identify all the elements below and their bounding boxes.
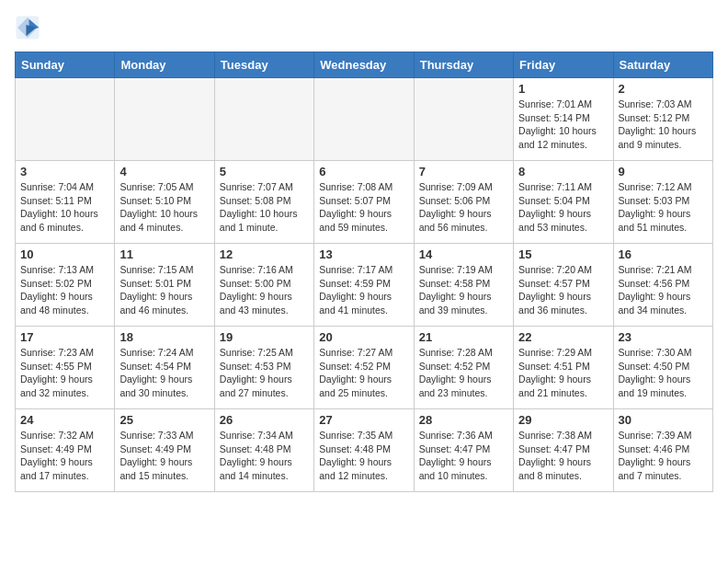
calendar-cell: 24Sunrise: 7:32 AM Sunset: 4:49 PM Dayli…: [16, 409, 115, 492]
calendar-cell: 7Sunrise: 7:09 AM Sunset: 5:06 PM Daylig…: [414, 161, 513, 244]
calendar-cell: 1Sunrise: 7:01 AM Sunset: 5:14 PM Daylig…: [514, 78, 613, 161]
day-number: 4: [119, 165, 209, 178]
calendar-week-4: 24Sunrise: 7:32 AM Sunset: 4:49 PM Dayli…: [16, 409, 713, 492]
day-info: Sunrise: 7:04 AM Sunset: 5:11 PM Dayligh…: [20, 180, 109, 235]
calendar-cell: 6Sunrise: 7:08 AM Sunset: 5:07 PM Daylig…: [314, 161, 414, 244]
calendar-cell: 10Sunrise: 7:13 AM Sunset: 5:02 PM Dayli…: [16, 244, 115, 327]
day-info: Sunrise: 7:30 AM Sunset: 4:50 PM Dayligh…: [619, 346, 708, 400]
calendar-cell: [214, 78, 313, 161]
day-number: 21: [419, 330, 508, 344]
day-info: Sunrise: 7:27 AM Sunset: 4:52 PM Dayligh…: [319, 346, 408, 400]
weekday-header-thursday: Thursday: [414, 52, 513, 78]
weekday-header-saturday: Saturday: [613, 52, 712, 78]
day-info: Sunrise: 7:09 AM Sunset: 5:06 PM Dayligh…: [419, 180, 508, 235]
calendar-cell: [414, 78, 513, 161]
weekday-header-friday: Friday: [514, 52, 613, 78]
day-number: 28: [419, 413, 508, 427]
calendar-cell: [115, 78, 214, 161]
day-info: Sunrise: 7:36 AM Sunset: 4:47 PM Dayligh…: [419, 429, 508, 483]
calendar-cell: 27Sunrise: 7:35 AM Sunset: 4:48 PM Dayli…: [314, 409, 414, 492]
day-number: 15: [518, 247, 608, 261]
day-number: 26: [220, 413, 309, 427]
day-info: Sunrise: 7:03 AM Sunset: 5:12 PM Dayligh…: [619, 98, 708, 152]
day-number: 13: [319, 247, 408, 261]
calendar-cell: 2Sunrise: 7:03 AM Sunset: 5:12 PM Daylig…: [613, 78, 712, 161]
calendar-cell: 22Sunrise: 7:29 AM Sunset: 4:51 PM Dayli…: [514, 327, 613, 409]
page-header: [15, 15, 713, 40]
day-number: 11: [119, 247, 209, 261]
day-number: 17: [20, 330, 109, 344]
day-number: 8: [518, 165, 608, 178]
calendar-cell: 29Sunrise: 7:38 AM Sunset: 4:47 PM Dayli…: [514, 409, 613, 492]
calendar-cell: [16, 78, 115, 161]
day-info: Sunrise: 7:07 AM Sunset: 5:08 PM Dayligh…: [220, 180, 309, 235]
day-number: 12: [220, 247, 309, 261]
day-info: Sunrise: 7:05 AM Sunset: 5:10 PM Dayligh…: [119, 180, 209, 235]
day-number: 14: [419, 247, 508, 261]
day-info: Sunrise: 7:34 AM Sunset: 4:48 PM Dayligh…: [220, 429, 309, 483]
day-info: Sunrise: 7:32 AM Sunset: 4:49 PM Dayligh…: [20, 429, 109, 483]
day-info: Sunrise: 7:12 AM Sunset: 5:03 PM Dayligh…: [619, 180, 708, 235]
calendar-cell: 25Sunrise: 7:33 AM Sunset: 4:49 PM Dayli…: [115, 409, 214, 492]
day-info: Sunrise: 7:28 AM Sunset: 4:52 PM Dayligh…: [419, 346, 508, 400]
day-number: 20: [319, 330, 408, 344]
logo-icon: [15, 15, 40, 40]
calendar-cell: 4Sunrise: 7:05 AM Sunset: 5:10 PM Daylig…: [115, 161, 214, 244]
day-info: Sunrise: 7:39 AM Sunset: 4:46 PM Dayligh…: [619, 429, 708, 483]
calendar-cell: 26Sunrise: 7:34 AM Sunset: 4:48 PM Dayli…: [214, 409, 313, 492]
day-info: Sunrise: 7:13 AM Sunset: 5:02 PM Dayligh…: [20, 263, 109, 317]
calendar-cell: 16Sunrise: 7:21 AM Sunset: 4:56 PM Dayli…: [613, 244, 712, 327]
weekday-header-wednesday: Wednesday: [314, 52, 414, 78]
calendar-cell: 19Sunrise: 7:25 AM Sunset: 4:53 PM Dayli…: [214, 327, 313, 409]
day-info: Sunrise: 7:11 AM Sunset: 5:04 PM Dayligh…: [518, 180, 608, 235]
day-info: Sunrise: 7:15 AM Sunset: 5:01 PM Dayligh…: [119, 263, 209, 317]
logo: [15, 15, 44, 40]
calendar-cell: 5Sunrise: 7:07 AM Sunset: 5:08 PM Daylig…: [214, 161, 313, 244]
day-info: Sunrise: 7:25 AM Sunset: 4:53 PM Dayligh…: [220, 346, 309, 400]
day-number: 25: [119, 413, 209, 427]
day-info: Sunrise: 7:01 AM Sunset: 5:14 PM Dayligh…: [518, 98, 608, 152]
day-number: 22: [518, 330, 608, 344]
weekday-header-monday: Monday: [115, 52, 214, 78]
day-number: 18: [119, 330, 209, 344]
calendar-cell: 13Sunrise: 7:17 AM Sunset: 4:59 PM Dayli…: [314, 244, 414, 327]
day-info: Sunrise: 7:19 AM Sunset: 4:58 PM Dayligh…: [419, 263, 508, 317]
calendar-header-row: SundayMondayTuesdayWednesdayThursdayFrid…: [16, 52, 713, 78]
calendar-cell: 21Sunrise: 7:28 AM Sunset: 4:52 PM Dayli…: [414, 327, 513, 409]
calendar-table: SundayMondayTuesdayWednesdayThursdayFrid…: [15, 52, 713, 492]
day-number: 27: [319, 413, 408, 427]
weekday-header-tuesday: Tuesday: [214, 52, 313, 78]
calendar-cell: 12Sunrise: 7:16 AM Sunset: 5:00 PM Dayli…: [214, 244, 313, 327]
day-info: Sunrise: 7:23 AM Sunset: 4:55 PM Dayligh…: [20, 346, 109, 400]
calendar-cell: 11Sunrise: 7:15 AM Sunset: 5:01 PM Dayli…: [115, 244, 214, 327]
calendar-cell: 14Sunrise: 7:19 AM Sunset: 4:58 PM Dayli…: [414, 244, 513, 327]
day-number: 30: [619, 413, 708, 427]
day-info: Sunrise: 7:20 AM Sunset: 4:57 PM Dayligh…: [518, 263, 608, 317]
calendar-cell: 28Sunrise: 7:36 AM Sunset: 4:47 PM Dayli…: [414, 409, 513, 492]
day-number: 9: [619, 165, 708, 178]
calendar-week-3: 17Sunrise: 7:23 AM Sunset: 4:55 PM Dayli…: [16, 327, 713, 409]
day-number: 6: [319, 165, 408, 178]
calendar-week-0: 1Sunrise: 7:01 AM Sunset: 5:14 PM Daylig…: [16, 78, 713, 161]
calendar-cell: 20Sunrise: 7:27 AM Sunset: 4:52 PM Dayli…: [314, 327, 414, 409]
day-number: 24: [20, 413, 109, 427]
day-info: Sunrise: 7:08 AM Sunset: 5:07 PM Dayligh…: [319, 180, 408, 235]
calendar-cell: 15Sunrise: 7:20 AM Sunset: 4:57 PM Dayli…: [514, 244, 613, 327]
day-info: Sunrise: 7:17 AM Sunset: 4:59 PM Dayligh…: [319, 263, 408, 317]
day-number: 16: [619, 247, 708, 261]
day-number: 10: [20, 247, 109, 261]
day-number: 3: [20, 165, 109, 178]
calendar-week-2: 10Sunrise: 7:13 AM Sunset: 5:02 PM Dayli…: [16, 244, 713, 327]
calendar-cell: 30Sunrise: 7:39 AM Sunset: 4:46 PM Dayli…: [613, 409, 712, 492]
day-number: 5: [220, 165, 309, 178]
calendar-cell: [314, 78, 414, 161]
day-number: 2: [619, 82, 708, 96]
calendar-cell: 9Sunrise: 7:12 AM Sunset: 5:03 PM Daylig…: [613, 161, 712, 244]
day-info: Sunrise: 7:16 AM Sunset: 5:00 PM Dayligh…: [220, 263, 309, 317]
day-number: 7: [419, 165, 508, 178]
calendar-cell: 23Sunrise: 7:30 AM Sunset: 4:50 PM Dayli…: [613, 327, 712, 409]
day-number: 29: [518, 413, 608, 427]
day-info: Sunrise: 7:38 AM Sunset: 4:47 PM Dayligh…: [518, 429, 608, 483]
calendar-cell: 3Sunrise: 7:04 AM Sunset: 5:11 PM Daylig…: [16, 161, 115, 244]
day-number: 1: [518, 82, 608, 96]
